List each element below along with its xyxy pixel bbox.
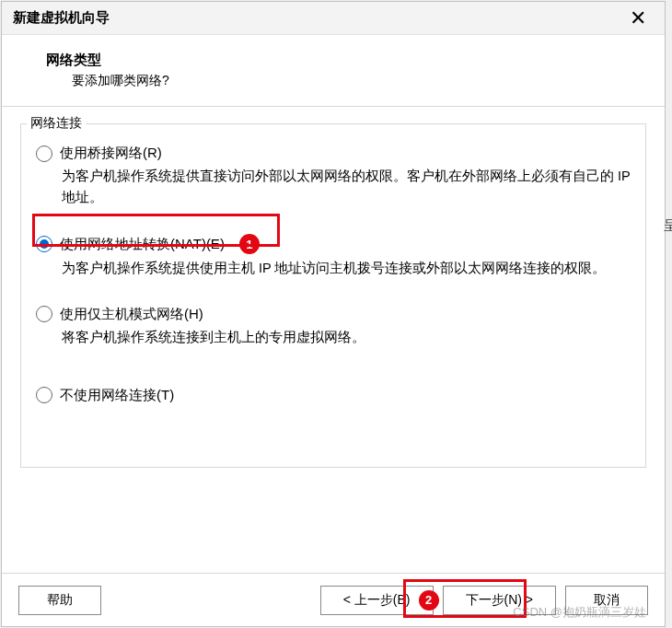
radio-hostonly[interactable]: [36, 306, 52, 322]
wizard-header: 网络类型 要添加哪类网络?: [2, 35, 665, 107]
help-button[interactable]: 帮助: [18, 586, 101, 615]
radio-none-label[interactable]: 不使用网络连接(T): [60, 387, 174, 404]
option-hostonly: 使用仅主机模式网络(H) 将客户机操作系统连接到主机上的专用虚拟网络。: [36, 306, 631, 348]
wizard-dialog: 新建虚拟机向导 ✕ 网络类型 要添加哪类网络? 网络连接 使用桥接网络(R) 为…: [1, 1, 666, 627]
radio-nat-desc: 为客户机操作系统提供使用主机 IP 地址访问主机拨号连接或外部以太网网络连接的权…: [62, 258, 631, 279]
radio-hostonly-desc: 将客户机操作系统连接到主机上的专用虚拟网络。: [62, 327, 631, 348]
close-icon[interactable]: ✕: [622, 8, 654, 29]
fieldset-legend: 网络连接: [27, 115, 86, 132]
dialog-title: 新建虚拟机向导: [13, 9, 110, 27]
network-fieldset: 网络连接 使用桥接网络(R) 为客户机操作系统提供直接访问外部以太网网络的权限。…: [20, 123, 646, 468]
option-nat: 使用网络地址转换(NAT)(E) 1 为客户机操作系统提供使用主机 IP 地址访…: [36, 234, 631, 279]
radio-nat-label[interactable]: 使用网络地址转换(NAT)(E): [60, 236, 225, 253]
footer: 帮助 < 上一步(B) 2 下一步(N) > 取消: [2, 573, 665, 626]
header-subtitle: 要添加哪类网络?: [46, 73, 665, 89]
radio-nat[interactable]: [36, 236, 52, 252]
side-hint: 呈: [664, 217, 672, 235]
annotation-badge-1: 1: [239, 234, 260, 254]
option-bridged: 使用桥接网络(R) 为客户机操作系统提供直接访问外部以太网网络的权限。客户机在外…: [36, 145, 631, 208]
option-none: 不使用网络连接(T): [36, 387, 631, 404]
radio-hostonly-label[interactable]: 使用仅主机模式网络(H): [60, 306, 203, 323]
annotation-badge-2: 2: [419, 590, 439, 611]
next-button[interactable]: 下一步(N) >: [443, 586, 557, 615]
content-area: 网络连接 使用桥接网络(R) 为客户机操作系统提供直接访问外部以太网网络的权限。…: [2, 107, 665, 468]
back-button[interactable]: < 上一步(B): [320, 586, 434, 615]
back-button-wrap: < 上一步(B) 2: [320, 586, 434, 615]
header-title: 网络类型: [46, 52, 665, 69]
radio-bridged-desc: 为客户机操作系统提供直接访问外部以太网网络的权限。客户机在外部网络上必须有自己的…: [62, 166, 631, 208]
radio-bridged-label[interactable]: 使用桥接网络(R): [60, 145, 162, 162]
radio-none[interactable]: [36, 387, 52, 403]
radio-bridged[interactable]: [36, 145, 52, 162]
titlebar: 新建虚拟机向导 ✕: [2, 2, 665, 35]
cancel-button[interactable]: 取消: [565, 586, 648, 615]
